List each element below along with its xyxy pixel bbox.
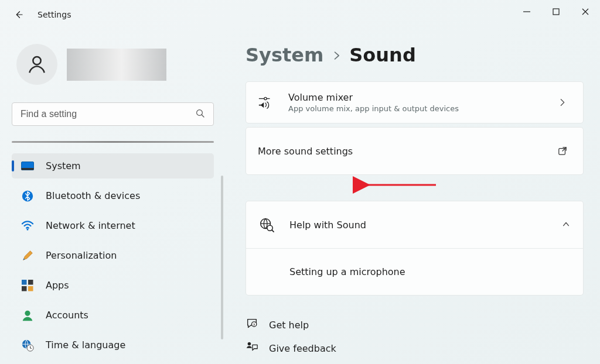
titlebar: Settings (0, 0, 600, 29)
svg-text:?: ? (253, 323, 255, 327)
svg-rect-1 (553, 9, 559, 15)
svg-line-21 (272, 230, 274, 232)
arrow-left-icon (13, 9, 24, 20)
avatar (16, 44, 57, 85)
svg-rect-6 (22, 168, 34, 170)
main-content: System Sound Volume mixer App volume mix… (226, 29, 600, 364)
nav-item-label: System (46, 160, 81, 171)
svg-rect-9 (22, 280, 27, 285)
globe-search-icon (259, 217, 289, 232)
chevron-right-icon (554, 98, 571, 107)
search-icon (195, 108, 206, 121)
svg-rect-10 (28, 280, 33, 285)
card-more-sound-settings[interactable]: More sound settings (246, 127, 584, 175)
paintbrush-icon (21, 249, 34, 262)
card-title: Volume mixer (288, 92, 554, 103)
breadcrumb: System Sound (246, 44, 584, 66)
feedback-icon (246, 341, 258, 356)
svg-rect-12 (28, 286, 33, 291)
open-external-icon (554, 146, 571, 156)
mixer-icon (258, 95, 288, 110)
chevron-right-icon (332, 50, 341, 61)
app-title: Settings (38, 10, 71, 19)
svg-point-2 (33, 57, 40, 64)
profile-name-placeholder (67, 49, 166, 81)
close-button[interactable] (571, 0, 600, 23)
display-icon (21, 160, 34, 173)
nav-item-label: Network & internet (46, 220, 135, 231)
card-title: More sound settings (258, 146, 554, 157)
search-input[interactable] (12, 102, 214, 126)
link-label: Give feedback (269, 343, 336, 354)
help-header-label: Help with Sound (289, 219, 562, 231)
help-group: Help with Sound Setting up a microphone (246, 201, 584, 296)
help-header-row[interactable]: Help with Sound (246, 201, 583, 248)
chevron-up-icon (562, 219, 570, 231)
svg-point-13 (25, 310, 30, 315)
nav-item-label: Accounts (46, 310, 88, 321)
svg-point-17 (264, 97, 267, 99)
nav-item-label: Apps (46, 280, 69, 291)
sidebar-scrollbar[interactable] (221, 176, 223, 339)
nav-item-personalization[interactable]: Personalization (12, 243, 214, 268)
breadcrumb-current: Sound (349, 44, 416, 66)
nav-item-system[interactable]: System (12, 153, 214, 178)
bluetooth-icon (21, 190, 34, 202)
nav-item-label: Personalization (46, 250, 117, 261)
back-button[interactable] (12, 8, 26, 22)
maximize-button[interactable] (541, 0, 571, 23)
person-green-icon (21, 309, 34, 322)
nav-item-label: Time & language (46, 339, 125, 351)
svg-rect-11 (22, 286, 27, 291)
link-give-feedback[interactable]: Give feedback (246, 336, 584, 360)
nav-item-time-language[interactable]: Time & language (12, 332, 214, 358)
nav-item-accounts[interactable]: Accounts (12, 303, 214, 328)
svg-point-8 (27, 228, 29, 230)
chat-help-icon: ? (246, 317, 258, 332)
nav-item-label: Bluetooth & devices (46, 190, 140, 201)
person-icon (26, 53, 48, 75)
minimize-button[interactable] (512, 0, 541, 23)
link-get-help[interactable]: ? Get help (246, 313, 584, 336)
wifi-icon (21, 219, 34, 232)
svg-point-24 (248, 342, 251, 346)
search-underline (12, 141, 214, 143)
breadcrumb-parent[interactable]: System (246, 44, 323, 66)
profile-block[interactable] (16, 44, 226, 85)
nav-list: System Bluetooth & devices Network & int… (12, 153, 214, 358)
apps-icon (21, 279, 34, 292)
card-subtitle: App volume mix, app input & output devic… (288, 104, 554, 113)
nav-item-apps[interactable]: Apps (12, 273, 214, 298)
footer-links: ? Get help Give feedback (246, 313, 584, 360)
sidebar: System Bluetooth & devices Network & int… (0, 29, 226, 364)
help-item-label: Setting up a microphone (289, 266, 570, 277)
link-label: Get help (269, 320, 309, 331)
svg-line-4 (202, 115, 204, 117)
nav-item-network[interactable]: Network & internet (12, 213, 214, 238)
window-controls (512, 0, 600, 23)
help-item-microphone[interactable]: Setting up a microphone (246, 248, 583, 295)
globe-clock-icon (21, 339, 34, 352)
card-volume-mixer[interactable]: Volume mixer App volume mix, app input &… (246, 81, 584, 123)
nav-item-bluetooth[interactable]: Bluetooth & devices (12, 183, 214, 208)
